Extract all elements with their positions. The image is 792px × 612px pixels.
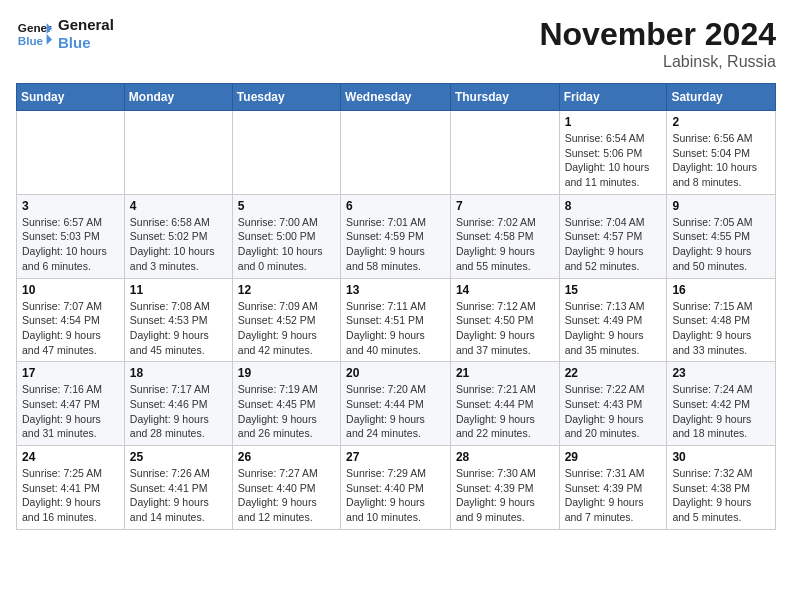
day-info: Sunrise: 7:20 AM Sunset: 4:44 PM Dayligh… xyxy=(346,382,445,441)
calendar-header-row: SundayMondayTuesdayWednesdayThursdayFrid… xyxy=(17,84,776,111)
day-number: 11 xyxy=(130,283,227,297)
day-info: Sunrise: 7:11 AM Sunset: 4:51 PM Dayligh… xyxy=(346,299,445,358)
day-number: 1 xyxy=(565,115,662,129)
day-info: Sunrise: 7:12 AM Sunset: 4:50 PM Dayligh… xyxy=(456,299,554,358)
day-info: Sunrise: 7:01 AM Sunset: 4:59 PM Dayligh… xyxy=(346,215,445,274)
calendar-day-cell: 30Sunrise: 7:32 AM Sunset: 4:38 PM Dayli… xyxy=(667,446,776,530)
calendar-day-cell: 22Sunrise: 7:22 AM Sunset: 4:43 PM Dayli… xyxy=(559,362,667,446)
day-number: 4 xyxy=(130,199,227,213)
day-number: 28 xyxy=(456,450,554,464)
day-of-week-header: Sunday xyxy=(17,84,125,111)
calendar-day-cell: 7Sunrise: 7:02 AM Sunset: 4:58 PM Daylig… xyxy=(450,194,559,278)
day-number: 14 xyxy=(456,283,554,297)
logo: General Blue General Blue xyxy=(16,16,114,52)
svg-text:Blue: Blue xyxy=(18,34,44,47)
calendar-day-cell: 6Sunrise: 7:01 AM Sunset: 4:59 PM Daylig… xyxy=(341,194,451,278)
calendar-day-cell: 25Sunrise: 7:26 AM Sunset: 4:41 PM Dayli… xyxy=(124,446,232,530)
logo-line2: Blue xyxy=(58,34,114,52)
day-info: Sunrise: 7:25 AM Sunset: 4:41 PM Dayligh… xyxy=(22,466,119,525)
calendar-day-cell xyxy=(450,111,559,195)
day-info: Sunrise: 7:32 AM Sunset: 4:38 PM Dayligh… xyxy=(672,466,770,525)
day-number: 9 xyxy=(672,199,770,213)
calendar-week-row: 24Sunrise: 7:25 AM Sunset: 4:41 PM Dayli… xyxy=(17,446,776,530)
day-number: 16 xyxy=(672,283,770,297)
calendar-day-cell: 11Sunrise: 7:08 AM Sunset: 4:53 PM Dayli… xyxy=(124,278,232,362)
calendar-day-cell: 9Sunrise: 7:05 AM Sunset: 4:55 PM Daylig… xyxy=(667,194,776,278)
day-number: 17 xyxy=(22,366,119,380)
day-info: Sunrise: 7:24 AM Sunset: 4:42 PM Dayligh… xyxy=(672,382,770,441)
day-number: 19 xyxy=(238,366,335,380)
calendar-day-cell xyxy=(341,111,451,195)
calendar-day-cell: 27Sunrise: 7:29 AM Sunset: 4:40 PM Dayli… xyxy=(341,446,451,530)
calendar-day-cell: 13Sunrise: 7:11 AM Sunset: 4:51 PM Dayli… xyxy=(341,278,451,362)
day-info: Sunrise: 7:29 AM Sunset: 4:40 PM Dayligh… xyxy=(346,466,445,525)
day-number: 6 xyxy=(346,199,445,213)
day-info: Sunrise: 7:15 AM Sunset: 4:48 PM Dayligh… xyxy=(672,299,770,358)
day-number: 2 xyxy=(672,115,770,129)
day-info: Sunrise: 7:31 AM Sunset: 4:39 PM Dayligh… xyxy=(565,466,662,525)
calendar-day-cell: 14Sunrise: 7:12 AM Sunset: 4:50 PM Dayli… xyxy=(450,278,559,362)
day-number: 8 xyxy=(565,199,662,213)
day-info: Sunrise: 7:00 AM Sunset: 5:00 PM Dayligh… xyxy=(238,215,335,274)
calendar-day-cell: 5Sunrise: 7:00 AM Sunset: 5:00 PM Daylig… xyxy=(232,194,340,278)
calendar-day-cell: 28Sunrise: 7:30 AM Sunset: 4:39 PM Dayli… xyxy=(450,446,559,530)
day-info: Sunrise: 7:19 AM Sunset: 4:45 PM Dayligh… xyxy=(238,382,335,441)
day-info: Sunrise: 6:54 AM Sunset: 5:06 PM Dayligh… xyxy=(565,131,662,190)
day-of-week-header: Saturday xyxy=(667,84,776,111)
calendar-day-cell: 8Sunrise: 7:04 AM Sunset: 4:57 PM Daylig… xyxy=(559,194,667,278)
location: Labinsk, Russia xyxy=(539,53,776,71)
calendar-week-row: 3Sunrise: 6:57 AM Sunset: 5:03 PM Daylig… xyxy=(17,194,776,278)
day-info: Sunrise: 7:16 AM Sunset: 4:47 PM Dayligh… xyxy=(22,382,119,441)
calendar-day-cell: 21Sunrise: 7:21 AM Sunset: 4:44 PM Dayli… xyxy=(450,362,559,446)
day-info: Sunrise: 7:02 AM Sunset: 4:58 PM Dayligh… xyxy=(456,215,554,274)
day-info: Sunrise: 7:17 AM Sunset: 4:46 PM Dayligh… xyxy=(130,382,227,441)
calendar-day-cell: 29Sunrise: 7:31 AM Sunset: 4:39 PM Dayli… xyxy=(559,446,667,530)
day-info: Sunrise: 6:57 AM Sunset: 5:03 PM Dayligh… xyxy=(22,215,119,274)
calendar-day-cell: 26Sunrise: 7:27 AM Sunset: 4:40 PM Dayli… xyxy=(232,446,340,530)
calendar-day-cell: 20Sunrise: 7:20 AM Sunset: 4:44 PM Dayli… xyxy=(341,362,451,446)
calendar-day-cell: 15Sunrise: 7:13 AM Sunset: 4:49 PM Dayli… xyxy=(559,278,667,362)
day-number: 5 xyxy=(238,199,335,213)
day-number: 3 xyxy=(22,199,119,213)
day-number: 13 xyxy=(346,283,445,297)
day-number: 23 xyxy=(672,366,770,380)
day-info: Sunrise: 7:09 AM Sunset: 4:52 PM Dayligh… xyxy=(238,299,335,358)
day-info: Sunrise: 7:08 AM Sunset: 4:53 PM Dayligh… xyxy=(130,299,227,358)
day-info: Sunrise: 6:58 AM Sunset: 5:02 PM Dayligh… xyxy=(130,215,227,274)
calendar-week-row: 17Sunrise: 7:16 AM Sunset: 4:47 PM Dayli… xyxy=(17,362,776,446)
day-info: Sunrise: 7:07 AM Sunset: 4:54 PM Dayligh… xyxy=(22,299,119,358)
day-info: Sunrise: 7:22 AM Sunset: 4:43 PM Dayligh… xyxy=(565,382,662,441)
day-of-week-header: Friday xyxy=(559,84,667,111)
calendar-day-cell: 19Sunrise: 7:19 AM Sunset: 4:45 PM Dayli… xyxy=(232,362,340,446)
day-of-week-header: Tuesday xyxy=(232,84,340,111)
calendar-day-cell: 23Sunrise: 7:24 AM Sunset: 4:42 PM Dayli… xyxy=(667,362,776,446)
page-header: General Blue General Blue November 2024 … xyxy=(16,16,776,71)
calendar-day-cell: 3Sunrise: 6:57 AM Sunset: 5:03 PM Daylig… xyxy=(17,194,125,278)
logo-line1: General xyxy=(58,16,114,34)
calendar-week-row: 1Sunrise: 6:54 AM Sunset: 5:06 PM Daylig… xyxy=(17,111,776,195)
day-number: 24 xyxy=(22,450,119,464)
day-info: Sunrise: 7:05 AM Sunset: 4:55 PM Dayligh… xyxy=(672,215,770,274)
day-info: Sunrise: 7:13 AM Sunset: 4:49 PM Dayligh… xyxy=(565,299,662,358)
month-title: November 2024 xyxy=(539,16,776,53)
day-number: 7 xyxy=(456,199,554,213)
day-number: 10 xyxy=(22,283,119,297)
calendar-day-cell xyxy=(124,111,232,195)
day-info: Sunrise: 6:56 AM Sunset: 5:04 PM Dayligh… xyxy=(672,131,770,190)
day-number: 30 xyxy=(672,450,770,464)
calendar-day-cell xyxy=(17,111,125,195)
day-number: 12 xyxy=(238,283,335,297)
day-number: 25 xyxy=(130,450,227,464)
calendar-day-cell: 1Sunrise: 6:54 AM Sunset: 5:06 PM Daylig… xyxy=(559,111,667,195)
day-number: 21 xyxy=(456,366,554,380)
day-number: 29 xyxy=(565,450,662,464)
calendar-day-cell xyxy=(232,111,340,195)
day-of-week-header: Wednesday xyxy=(341,84,451,111)
calendar-day-cell: 17Sunrise: 7:16 AM Sunset: 4:47 PM Dayli… xyxy=(17,362,125,446)
day-number: 22 xyxy=(565,366,662,380)
day-info: Sunrise: 7:30 AM Sunset: 4:39 PM Dayligh… xyxy=(456,466,554,525)
day-number: 15 xyxy=(565,283,662,297)
day-info: Sunrise: 7:21 AM Sunset: 4:44 PM Dayligh… xyxy=(456,382,554,441)
calendar-day-cell: 24Sunrise: 7:25 AM Sunset: 4:41 PM Dayli… xyxy=(17,446,125,530)
day-of-week-header: Monday xyxy=(124,84,232,111)
